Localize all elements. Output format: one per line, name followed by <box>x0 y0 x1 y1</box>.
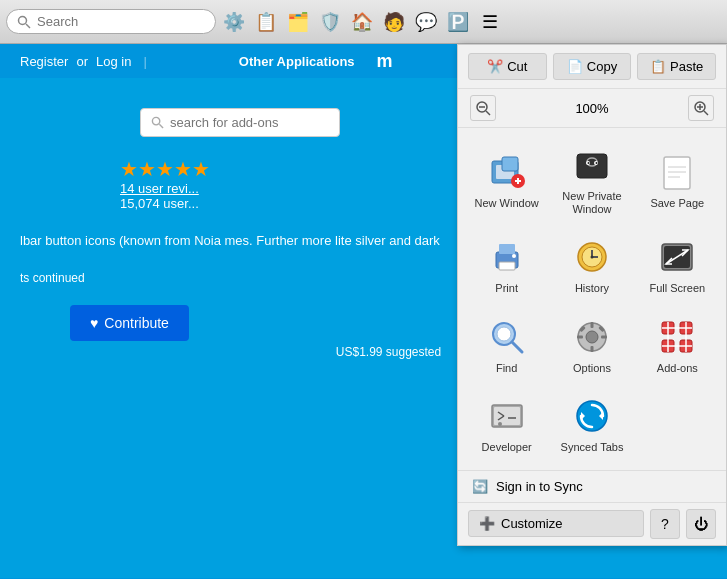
developer-item[interactable]: Developer <box>466 387 547 462</box>
cut-copy-paste-row: ✂️ Cut 📄 Copy 📋 Paste <box>458 45 726 89</box>
print-icon <box>486 236 528 278</box>
synced-tabs-icon <box>571 395 613 437</box>
history-icon <box>571 236 613 278</box>
full-screen-item[interactable]: Full Screen <box>637 228 718 303</box>
add-ons-icon <box>656 316 698 358</box>
other-apps-label: Other Applications <box>239 54 355 69</box>
options-icon <box>571 316 613 358</box>
addons-search-input[interactable] <box>170 115 320 130</box>
icon-grid: New Window New Private Window <box>458 128 726 471</box>
history-label: History <box>575 282 609 295</box>
toolbar: ⚙️ 📋 🗂️ 🛡️ 🏠 🧑 💬 🅿️ ☰ <box>0 0 727 44</box>
new-window-icon <box>486 151 528 193</box>
shield-icon[interactable]: 🛡️ <box>316 8 344 36</box>
pocket-icon[interactable]: 🅿️ <box>444 8 472 36</box>
addons-search-icon <box>151 116 164 129</box>
paste-label: Paste <box>670 59 703 74</box>
contribute-label: Contribute <box>104 315 169 331</box>
add-ons-item[interactable]: Add-ons <box>637 308 718 383</box>
find-item[interactable]: Find <box>466 308 547 383</box>
sign-in-row[interactable]: 🔄 Sign in to Sync <box>458 471 726 503</box>
search-input[interactable] <box>37 14 197 29</box>
menu-footer: ➕ Customize ? ⏻ <box>458 503 726 545</box>
addons-search-bar[interactable] <box>140 108 340 137</box>
svg-point-35 <box>590 256 593 259</box>
zoom-out-icon <box>475 100 491 116</box>
layout-icon[interactable]: 🗂️ <box>284 8 312 36</box>
paste-button[interactable]: 📋 Paste <box>637 53 716 80</box>
new-private-window-label: New Private Window <box>555 190 628 216</box>
synced-tabs-label: Synced Tabs <box>561 441 624 454</box>
svg-point-40 <box>497 327 511 341</box>
chat-icon[interactable]: 💬 <box>412 8 440 36</box>
search-bar[interactable] <box>6 9 216 34</box>
new-private-window-item[interactable]: New Private Window <box>551 136 632 224</box>
history-item[interactable]: History <box>551 228 632 303</box>
register-link[interactable]: Register <box>20 54 68 69</box>
print-item[interactable]: Print <box>466 228 547 303</box>
zoom-value: 100% <box>504 101 680 116</box>
list-icon[interactable]: 📋 <box>252 8 280 36</box>
find-label: Find <box>496 362 517 375</box>
print-label: Print <box>495 282 518 295</box>
search-icon <box>17 15 31 29</box>
dropdown-menu: ✂️ Cut 📄 Copy 📋 Paste 100% <box>457 44 727 546</box>
customize-plus-icon: ➕ <box>479 516 495 531</box>
copy-label: Copy <box>587 59 617 74</box>
nav-divider: | <box>143 54 146 69</box>
customize-label: Customize <box>501 516 562 531</box>
heart-icon: ♥ <box>90 315 98 331</box>
synced-tabs-item[interactable]: Synced Tabs <box>551 387 632 462</box>
new-private-window-icon <box>571 144 613 186</box>
full-screen-label: Full Screen <box>650 282 706 295</box>
menu-icon[interactable]: ☰ <box>476 8 504 36</box>
help-icon: ? <box>661 516 669 532</box>
help-button[interactable]: ? <box>650 509 680 539</box>
new-window-item[interactable]: New Window <box>466 136 547 224</box>
svg-rect-23 <box>664 157 690 189</box>
zoom-in-icon <box>693 100 709 116</box>
cut-label: Cut <box>507 59 527 74</box>
customize-button[interactable]: ➕ Customize <box>468 510 644 537</box>
login-link[interactable]: Log in <box>96 54 131 69</box>
copy-button[interactable]: 📄 Copy <box>553 53 632 80</box>
person-icon[interactable]: 🧑 <box>380 8 408 36</box>
svg-rect-47 <box>601 335 607 338</box>
svg-rect-29 <box>499 262 515 270</box>
svg-line-1 <box>26 24 30 28</box>
contribute-button[interactable]: ♥ Contribute <box>70 305 189 341</box>
paste-icon: 📋 <box>650 59 666 74</box>
find-icon <box>486 316 528 358</box>
gear-icon[interactable]: ⚙️ <box>220 8 248 36</box>
svg-point-43 <box>586 331 598 343</box>
copy-icon: 📄 <box>567 59 583 74</box>
svg-point-2 <box>152 117 159 124</box>
house-icon[interactable]: 🏠 <box>348 8 376 36</box>
zoom-in-button[interactable] <box>688 95 714 121</box>
svg-rect-13 <box>502 157 518 171</box>
zoom-row: 100% <box>458 89 726 128</box>
svg-line-3 <box>159 124 163 128</box>
cut-button[interactable]: ✂️ Cut <box>468 53 547 80</box>
svg-line-5 <box>486 111 490 115</box>
or-text: or <box>76 54 88 69</box>
developer-icon <box>486 395 528 437</box>
options-label: Options <box>573 362 611 375</box>
save-page-item[interactable]: Save Page <box>637 136 718 224</box>
brand-initial: m <box>377 51 393 72</box>
svg-rect-44 <box>590 322 593 328</box>
svg-line-41 <box>512 342 522 352</box>
power-button[interactable]: ⏻ <box>686 509 716 539</box>
svg-rect-59 <box>494 407 520 425</box>
save-page-label: Save Page <box>650 197 704 210</box>
options-item[interactable]: Options <box>551 308 632 383</box>
sync-icon: 🔄 <box>472 479 488 494</box>
save-page-icon <box>656 151 698 193</box>
svg-rect-46 <box>577 335 583 338</box>
svg-point-22 <box>595 162 597 164</box>
sign-in-label: Sign in to Sync <box>496 479 583 494</box>
zoom-out-button[interactable] <box>470 95 496 121</box>
svg-point-0 <box>19 16 27 24</box>
developer-label: Developer <box>482 441 532 454</box>
svg-line-8 <box>704 111 708 115</box>
